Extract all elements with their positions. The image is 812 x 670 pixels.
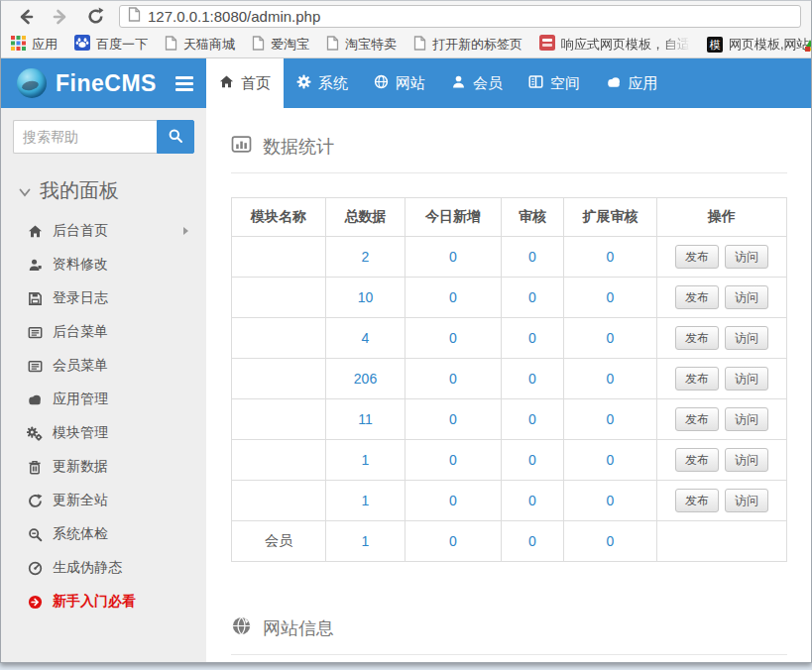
visit-button[interactable]: 访问 — [725, 407, 768, 431]
address-bar[interactable]: 127.0.0.1:8080/admin.php — [119, 5, 801, 28]
stat-link[interactable]: 0 — [607, 493, 615, 508]
visit-button[interactable]: 访问 — [725, 245, 768, 269]
tab-home[interactable]: 首页 — [206, 58, 284, 108]
stat-link[interactable]: 0 — [449, 371, 457, 387]
bookmark-web-templates[interactable]: 模 网页模板,网站模板,DI — [707, 36, 811, 54]
stat-link[interactable]: 4 — [362, 330, 370, 346]
stat-link[interactable]: 0 — [607, 330, 615, 346]
publish-button[interactable]: 发布 — [675, 367, 719, 391]
table-row: 11 0 0 0 发布访问 — [232, 399, 787, 440]
sidebar-item-module-manage[interactable]: 模块管理 — [27, 416, 194, 450]
sidebar-item-login-log[interactable]: 登录日志 — [27, 281, 194, 315]
visit-button[interactable]: 访问 — [725, 326, 768, 350]
stat-link[interactable]: 0 — [449, 493, 457, 508]
stat-link[interactable]: 0 — [528, 411, 536, 427]
stat-link[interactable]: 206 — [354, 371, 377, 387]
table-row: 1 0 0 0 发布访问 — [232, 440, 787, 481]
cell-total: 1 — [326, 521, 406, 562]
bookmark-responsive-template[interactable]: 响应式网页模板，自适 — [539, 35, 690, 55]
sidebar-item-system-check[interactable]: 系统体检 — [27, 517, 194, 551]
stat-link[interactable]: 0 — [449, 289, 457, 305]
stat-link[interactable]: 10 — [358, 289, 374, 305]
stat-link[interactable]: 0 — [528, 452, 536, 468]
stat-link[interactable]: 0 — [607, 249, 615, 265]
brand: FineCMS — [1, 58, 206, 108]
page-icon — [326, 36, 339, 55]
search-input[interactable] — [13, 120, 157, 154]
sidebar-item-update-data[interactable]: 更新数据 — [27, 450, 194, 484]
stat-link[interactable]: 1 — [362, 493, 370, 508]
sidebar-item-profile-edit[interactable]: 资料修改 — [27, 248, 194, 281]
apps-grid-icon — [11, 36, 26, 55]
stat-link[interactable]: 0 — [449, 249, 457, 265]
publish-button[interactable]: 发布 — [675, 245, 719, 269]
search-minus-icon — [27, 527, 43, 542]
panel-title[interactable]: 我的面板 — [19, 177, 194, 204]
bookmark-taobao-temai[interactable]: 淘宝特卖 — [326, 36, 397, 55]
partial-favicon[interactable] — [802, 38, 811, 54]
stat-link[interactable]: 0 — [449, 330, 457, 346]
stat-link[interactable]: 1 — [362, 533, 370, 549]
cell-actions: 发布访问 — [657, 440, 787, 481]
reload-icon[interactable] — [84, 6, 106, 28]
stat-link[interactable]: 0 — [607, 452, 615, 468]
tab-member[interactable]: 会员 — [438, 58, 516, 108]
visit-button[interactable]: 访问 — [725, 448, 768, 472]
stat-link[interactable]: 0 — [607, 533, 615, 549]
publish-button[interactable]: 发布 — [675, 326, 719, 350]
publish-button[interactable]: 发布 — [675, 448, 719, 472]
bookmark-baidu[interactable]: 百度一下 — [74, 35, 148, 55]
cell-module-name — [232, 237, 326, 278]
sidebar-item-pseudo-static[interactable]: 生成伪静态 — [27, 551, 194, 585]
stat-link[interactable]: 0 — [607, 411, 615, 427]
bookmark-apps[interactable]: 应用 — [11, 36, 58, 55]
table-row: 10 0 0 0 发布访问 — [232, 278, 787, 318]
divider — [231, 172, 787, 173]
visit-button[interactable]: 访问 — [725, 285, 768, 309]
stat-link[interactable]: 0 — [607, 289, 615, 305]
tab-website[interactable]: 网站 — [361, 58, 438, 108]
visit-button[interactable]: 访问 — [725, 489, 768, 512]
stat-link[interactable]: 0 — [528, 289, 536, 305]
tab-label: 首页 — [241, 74, 271, 93]
tab-space[interactable]: 空间 — [516, 58, 593, 108]
sidebar-item-member-menu[interactable]: 会员菜单 — [27, 349, 194, 383]
stat-link[interactable]: 0 — [449, 452, 457, 468]
sidebar-item-update-site[interactable]: 更新全站 — [27, 484, 194, 517]
bookmark-tmall[interactable]: 天猫商城 — [165, 36, 235, 55]
publish-button[interactable]: 发布 — [675, 489, 719, 512]
stat-link[interactable]: 1 — [362, 452, 370, 468]
cell-module-name — [232, 440, 326, 481]
col-module-name: 模块名称 — [232, 198, 326, 237]
search-button[interactable] — [157, 120, 194, 154]
tab-system[interactable]: 系统 — [284, 58, 361, 108]
browser-toolbar: 127.0.0.1:8080/admin.php — [1, 1, 811, 32]
tab-apps[interactable]: 应用 — [593, 58, 670, 108]
publish-button[interactable]: 发布 — [675, 285, 719, 309]
stat-link[interactable]: 0 — [528, 249, 536, 265]
stat-link[interactable]: 0 — [528, 493, 536, 508]
stat-link[interactable]: 2 — [362, 249, 370, 265]
back-icon[interactable] — [15, 6, 37, 28]
stat-link[interactable]: 0 — [607, 371, 615, 387]
stat-link[interactable]: 11 — [358, 411, 373, 427]
forward-icon[interactable] — [50, 6, 71, 28]
sidebar-item-app-manage[interactable]: 应用管理 — [27, 383, 194, 416]
stat-link[interactable]: 0 — [528, 371, 536, 387]
stat-link[interactable]: 0 — [449, 411, 457, 427]
tab-label: 会员 — [473, 74, 503, 93]
sidebar-item-beginner-guide[interactable]: 新手入门必看 — [27, 585, 194, 618]
bookmark-aitaobao[interactable]: 爱淘宝 — [252, 36, 309, 55]
cell-audit: 0 — [502, 481, 564, 521]
menu-toggle-icon[interactable] — [175, 76, 193, 91]
main-nav-tabs: 首页 系统 网站 会员 — [206, 58, 670, 108]
stat-link[interactable]: 0 — [528, 533, 536, 549]
sidebar-item-admin-menu[interactable]: 后台菜单 — [27, 315, 194, 349]
cell-module-name — [232, 318, 326, 359]
bookmark-new-tab[interactable]: 打开新的标签页 — [413, 36, 522, 55]
visit-button[interactable]: 访问 — [725, 367, 768, 391]
stat-link[interactable]: 0 — [449, 533, 457, 549]
publish-button[interactable]: 发布 — [675, 407, 719, 431]
sidebar-item-admin-home[interactable]: 后台首页 — [27, 214, 194, 248]
stat-link[interactable]: 0 — [528, 330, 536, 346]
